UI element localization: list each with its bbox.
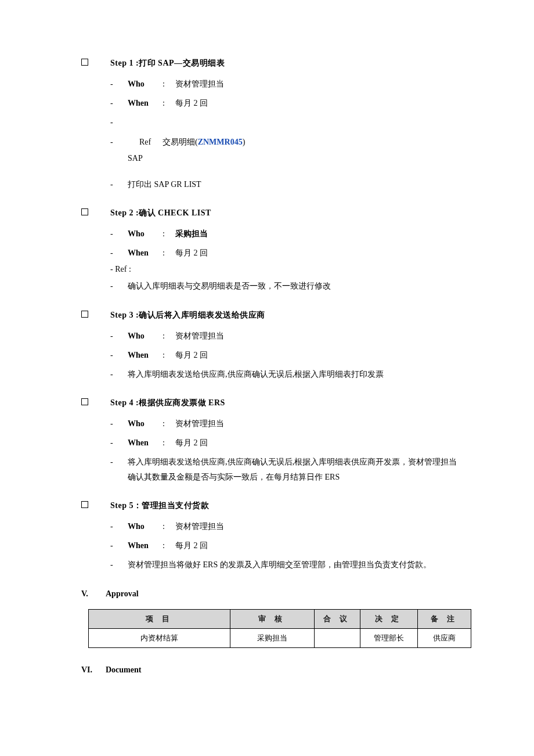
step-5: Step 5：管理担当支付货款 -Who: 资材管理担当 -When: 每月 2…	[81, 501, 464, 573]
step-3-when: -When: 每月 2 回	[110, 348, 464, 362]
step-4-label: Step 4 :根据供应商发票做 ERS	[110, 398, 225, 408]
step-2-ref: - Ref :	[110, 265, 464, 274]
table-header-row: 项 目 审 核 合 议 决 定 备 注	[89, 610, 471, 629]
sap-code: ZNMMR045	[198, 138, 243, 146]
approval-table: 项 目 审 核 合 议 决 定 备 注 内资材结算 采购担当 管理部长 供应商	[88, 609, 471, 648]
step-4-when: -When: 每月 2 回	[110, 435, 464, 450]
table-row: 内资材结算 采购担当 管理部长 供应商	[89, 629, 471, 648]
step-2-label: Step 2 :确认 CHECK LIST	[110, 208, 211, 218]
step-1-ref-sub: SAP	[128, 154, 464, 163]
step-4-who: -Who: 资材管理担当	[110, 416, 464, 431]
cell-review: 采购担当	[230, 629, 314, 648]
section-v: V.Approval	[81, 589, 464, 599]
step-2: Step 2 :确认 CHECK LIST -Who: 采购担当 -When: …	[81, 208, 464, 294]
step-5-who: -Who: 资材管理担当	[110, 519, 464, 534]
col-note: 备 注	[417, 610, 471, 629]
step-2-note: -确认入库明细表与交易明细表是否一致，不一致进行修改	[110, 279, 464, 293]
step-1-when: -When: 每月 2 回	[110, 96, 464, 110]
col-decide: 决 定	[360, 610, 417, 629]
step-3-title: Step 3 :确认后将入库明细表发送给供应商	[81, 310, 464, 321]
step-5-note: -资材管理担当将做好 ERS 的发票及入库明细交至管理部，由管理担当负责支付货款…	[110, 557, 464, 572]
step-1-ref: -Ref 交易明细(ZNMMR045)	[110, 135, 464, 149]
section-vi: VI.Document	[81, 665, 464, 675]
col-item: 项 目	[89, 610, 230, 629]
checkbox-icon	[81, 398, 88, 405]
step-3-note: -将入库明细表发送给供应商,供应商确认无误后,根据入库明细表打印发票	[110, 367, 464, 381]
step-1-label: Step 1 :打印 SAP—交易明细表	[110, 58, 225, 69]
step-2-who: -Who: 采购担当	[110, 226, 464, 241]
cell-item: 内资材结算	[89, 629, 230, 648]
step-4-note: -将入库明细表发送给供应商,供应商确认无误后,根据入库明细表供应商开发票，资材管…	[110, 455, 464, 484]
step-4-title: Step 4 :根据供应商发票做 ERS	[81, 398, 464, 408]
step-1-who: -Who: 资材管理担当	[110, 77, 464, 91]
checkbox-icon	[81, 311, 88, 318]
step-5-label: Step 5：管理担当支付货款	[110, 501, 209, 511]
cell-note: 供应商	[417, 629, 471, 648]
step-2-when: -When: 每月 2 回	[110, 246, 464, 260]
step-2-title: Step 2 :确认 CHECK LIST	[81, 208, 464, 218]
step-1: Step 1 :打印 SAP—交易明细表 -Who: 资材管理担当 -When:…	[81, 58, 464, 192]
step-1-note: -打印出 SAP GR LIST	[110, 177, 464, 192]
step-1-blank: -	[110, 115, 464, 129]
checkbox-icon	[81, 208, 88, 215]
cell-decide: 管理部长	[360, 629, 417, 648]
step-4: Step 4 :根据供应商发票做 ERS -Who: 资材管理担当 -When:…	[81, 398, 464, 484]
step-3: Step 3 :确认后将入库明细表发送给供应商 -Who: 资材管理担当 -Wh…	[81, 310, 464, 382]
step-3-who: -Who: 资材管理担当	[110, 329, 464, 343]
step-3-label: Step 3 :确认后将入库明细表发送给供应商	[110, 310, 265, 321]
col-discuss: 合 议	[314, 610, 360, 629]
checkbox-icon	[81, 501, 88, 508]
col-review: 审 核	[230, 610, 314, 629]
cell-discuss	[314, 629, 360, 648]
step-1-title: Step 1 :打印 SAP—交易明细表	[81, 58, 464, 69]
checkbox-icon	[81, 59, 88, 66]
step-5-when: -When: 每月 2 回	[110, 538, 464, 553]
step-5-title: Step 5：管理担当支付货款	[81, 501, 464, 511]
